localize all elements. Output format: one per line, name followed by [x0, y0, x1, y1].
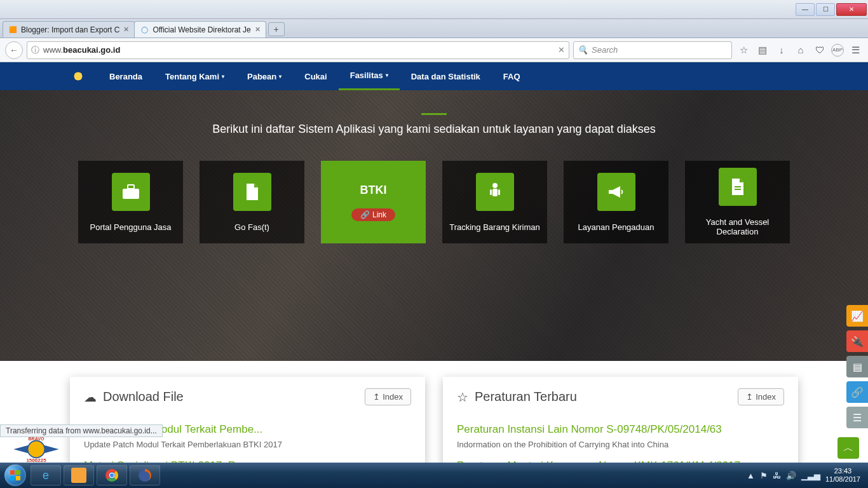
- person-icon: [476, 173, 514, 211]
- svg-rect-13: [10, 476, 15, 480]
- pocket-icon[interactable]: ▤: [755, 43, 770, 58]
- browser-tab-1[interactable]: ◯ Official Website Direktorat Je ✕: [134, 21, 266, 37]
- nav-fasilitas[interactable]: Fasilitas ▾: [339, 62, 400, 90]
- search-box[interactable]: 🔍 Search: [573, 41, 732, 59]
- svg-point-8: [28, 441, 45, 458]
- widget-plug-icon[interactable]: 🔌: [846, 330, 868, 352]
- taskbar-chrome[interactable]: [97, 465, 127, 485]
- nav-beranda[interactable]: Beranda: [98, 62, 154, 90]
- accent-line: [421, 113, 447, 115]
- bookmark-icon[interactable]: ☆: [736, 43, 751, 58]
- nav-faq[interactable]: FAQ: [492, 62, 532, 90]
- nav-pabean[interactable]: Pabean ▾: [236, 62, 293, 90]
- browser-toolbar: ← ⓘ www.beacukai.go.id ✕ 🔍 Search ☆ ▤ ↓ …: [0, 38, 868, 62]
- svg-point-2: [492, 183, 498, 188]
- downloads-icon[interactable]: ↓: [774, 43, 789, 58]
- chevron-down-icon: ▾: [222, 74, 224, 79]
- briefcase-icon: [112, 173, 150, 211]
- nav-tentang[interactable]: Tentang Kami ▾: [154, 62, 236, 90]
- taskbar: e ▲ ⚑ 🖧 🔊 ▁▃▅ 23:43 11/08/2017: [0, 463, 868, 488]
- shield-icon[interactable]: 🛡: [812, 43, 827, 58]
- maximize-button[interactable]: ☐: [816, 3, 835, 16]
- tray-flag-icon[interactable]: ⚑: [760, 471, 768, 480]
- site-nav: Beranda Tentang Kami ▾ Pabean ▾ Cukai Fa…: [0, 62, 868, 90]
- star-icon: ☆: [457, 390, 468, 405]
- svg-point-20: [110, 473, 114, 477]
- tab-close-icon[interactable]: ✕: [123, 25, 129, 34]
- minimize-button[interactable]: —: [796, 3, 815, 16]
- widget-list-icon[interactable]: ☰: [846, 407, 868, 428]
- tile-yacht[interactable]: Yacht and Vessel Declaration: [685, 161, 790, 243]
- svg-rect-4: [490, 189, 492, 195]
- widget-chart-icon[interactable]: 📈: [846, 305, 868, 327]
- chevron-down-icon: ▾: [386, 72, 388, 78]
- favicon-loading: ◯: [140, 25, 149, 34]
- nav-cukai[interactable]: Cukai: [293, 62, 338, 90]
- tile-portal[interactable]: Portal Pengguna Jasa: [78, 161, 183, 243]
- peraturan-item-link[interactable]: Peraturan Instansi Lain Nomor S-09748/PK…: [457, 423, 784, 436]
- panel-title: ☆ Peraturan Terbaru: [457, 390, 577, 405]
- menu-icon[interactable]: ☰: [848, 43, 863, 58]
- tray-up-icon[interactable]: ▲: [747, 471, 755, 480]
- tile-tracking[interactable]: Tracking Barang Kiriman: [442, 161, 547, 243]
- tile-label: Yacht and Vessel Declaration: [690, 217, 785, 236]
- tab-close-icon[interactable]: ✕: [255, 25, 261, 34]
- tile-pengaduan[interactable]: Layanan Pengaduan: [564, 161, 668, 243]
- taskbar-app[interactable]: [64, 465, 94, 485]
- new-tab-button[interactable]: +: [268, 22, 285, 36]
- tile-label: Layanan Pengaduan: [578, 222, 654, 232]
- svg-rect-11: [10, 470, 15, 475]
- search-icon: 🔍: [578, 45, 588, 55]
- tile-btki[interactable]: BTKI 🔗Link: [321, 161, 426, 243]
- site-logo[interactable]: [70, 68, 86, 85]
- upload-icon: ↥: [746, 392, 753, 402]
- link-button[interactable]: 🔗Link: [351, 208, 395, 221]
- svg-rect-3: [492, 189, 498, 196]
- tile-label: Portal Pengguna Jasa: [90, 222, 172, 232]
- svg-text:1500225: 1500225: [26, 458, 46, 463]
- taskbar-ie[interactable]: e: [31, 465, 61, 485]
- tab-title: Official Website Direktorat Je: [153, 25, 250, 34]
- bravo-badge[interactable]: BRAVO 1500225: [8, 433, 65, 463]
- svg-rect-1: [128, 185, 134, 189]
- tray-network-icon[interactable]: 🖧: [773, 471, 781, 480]
- browser-tab-0[interactable]: 🟧 Blogger: Import dan Export C ✕: [3, 21, 135, 37]
- svg-rect-14: [16, 476, 20, 480]
- nav-data[interactable]: Data dan Statistik: [400, 62, 492, 90]
- svg-rect-12: [16, 470, 20, 475]
- tile-label: BTKI: [360, 184, 387, 197]
- abp-icon[interactable]: ABP: [831, 44, 844, 57]
- address-bar[interactable]: ⓘ www.beacukai.go.id ✕: [27, 41, 569, 59]
- side-widgets: 📈 🔌 ▤ 🔗 ☰: [846, 305, 868, 428]
- svg-rect-5: [498, 189, 500, 195]
- search-placeholder: Search: [592, 45, 618, 55]
- identity-icon: ⓘ: [31, 44, 39, 56]
- peraturan-item-desc: Indormation on the Prohibition of Carryi…: [457, 440, 784, 449]
- tray-signal-icon[interactable]: ▁▃▅: [801, 471, 820, 480]
- home-icon[interactable]: ⌂: [793, 43, 808, 58]
- status-bar: Transferring data from www.beacukai.go.i…: [0, 424, 163, 437]
- scroll-top-button[interactable]: ︿: [837, 437, 859, 459]
- peraturan-panel: ☆ Peraturan Terbaru ↥Index Peraturan Ins…: [443, 377, 798, 463]
- tile-gofast[interactable]: Go Fas(t): [200, 161, 304, 243]
- hero-text: Berikut ini daftar Sistem Aplikasi yang …: [0, 113, 868, 136]
- index-button[interactable]: ↥Index: [365, 388, 411, 405]
- svg-rect-6: [735, 186, 741, 187]
- close-button[interactable]: ✕: [836, 3, 867, 16]
- tab-title: Blogger: Import dan Export C: [21, 25, 119, 34]
- taskbar-firefox[interactable]: [130, 465, 160, 485]
- svg-rect-7: [735, 189, 741, 190]
- download-item-desc: Update Patch Modul Terkait Pemberlakuan …: [84, 440, 411, 449]
- start-button[interactable]: [3, 463, 28, 488]
- tray-volume-icon[interactable]: 🔊: [786, 471, 796, 480]
- taskbar-clock[interactable]: 23:43 11/08/2017: [825, 467, 860, 484]
- system-tray: ▲ ⚑ 🖧 🔊 ▁▃▅ 23:43 11/08/2017: [747, 467, 865, 484]
- widget-news-icon[interactable]: ▤: [846, 356, 868, 377]
- panel-title: ☁ Download File: [84, 390, 184, 405]
- clear-icon[interactable]: ✕: [558, 45, 565, 55]
- widget-share-icon[interactable]: 🔗: [846, 381, 868, 403]
- tab-strip: 🟧 Blogger: Import dan Export C ✕ ◯ Offic…: [0, 19, 868, 38]
- content-panels: ☁ Download File ↥Index Update Patch Modu…: [70, 377, 798, 463]
- back-button[interactable]: ←: [5, 41, 23, 59]
- index-button[interactable]: ↥Index: [738, 388, 784, 405]
